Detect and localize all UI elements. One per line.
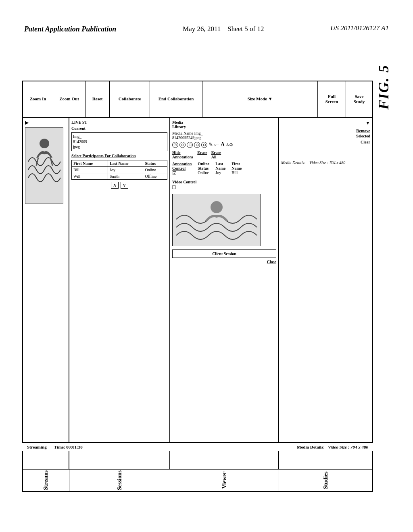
studies-content: ▼ RemoveSelected Clear Media Details: Vi… xyxy=(279,118,372,167)
participants-table: First Name Last Name Status Bill Joy Onl… xyxy=(71,160,167,180)
streaming-time: Time: 00:01:30 xyxy=(54,445,83,449)
annotation-checkbox[interactable]: ☑ xyxy=(172,170,192,177)
video-size-text: Video Size : 704 x 480 xyxy=(309,160,345,165)
first-name-section: FirstName Bill xyxy=(232,162,242,177)
studies-label-container: Studies xyxy=(279,470,372,491)
reset-button[interactable]: Reset xyxy=(86,81,110,117)
video-checkbox[interactable]: □ xyxy=(172,184,196,191)
first-name-1: Bill xyxy=(72,167,108,173)
studies-scroll-arrow[interactable]: ▼ xyxy=(281,120,370,126)
close-button[interactable]: Close xyxy=(172,260,276,264)
media-details-text: Media Details: xyxy=(281,160,305,165)
text-tool-A-gear: A⚙ xyxy=(226,142,233,148)
erase-all-button[interactable]: EraseAll xyxy=(211,150,221,159)
annotation-control-label: AnnotationControl xyxy=(172,162,192,170)
text-tool-A-large: A xyxy=(221,141,225,148)
annotation-control-section: AnnotationControl ☑ xyxy=(172,162,192,177)
media-name-display: Media Name Img_81420095249jpeg xyxy=(172,131,276,140)
save-study-button[interactable]: SaveStudy xyxy=(346,81,372,117)
publication-date: May 26, 2011 xyxy=(183,25,221,33)
participant-row-2: Will Smith Offline xyxy=(72,173,167,180)
current-image-item[interactable]: Img_8142009jpeg xyxy=(71,132,167,151)
content-area: ▶ xyxy=(23,118,372,469)
video-control-row: Video Control □ xyxy=(172,180,276,191)
full-screen-button[interactable]: FullScreen xyxy=(318,81,346,117)
select-participants-title: Select Participants For Collaboration xyxy=(71,154,167,158)
col-last-name: Last Name xyxy=(108,160,143,167)
viewer-label-container: Viewer xyxy=(170,470,279,491)
stream-arrow-indicator: ▶ xyxy=(25,120,67,125)
sessions-label-container: Sessions xyxy=(69,470,170,491)
hide-annotations-button[interactable]: HideAnnotations xyxy=(172,150,193,159)
live-stream-label: LIVE ST xyxy=(71,120,167,125)
video-control-label: Video Control xyxy=(172,180,196,184)
size-mode-button[interactable]: Size Mode ▼ xyxy=(202,81,318,117)
sessions-content: LIVE ST Current Img_8142009jpeg Select P… xyxy=(69,118,169,191)
participant-row-1: Bill Joy Online xyxy=(72,167,167,173)
erase-button[interactable]: Erase xyxy=(197,150,207,155)
studies-panel: ▼ RemoveSelected Clear Media Details: Vi… xyxy=(279,118,372,469)
first-name-header: FirstName xyxy=(232,162,242,170)
streaming-label: Streaming xyxy=(27,445,47,449)
annotation-online-row: AnnotationControl ☑ OnlineStatus Online … xyxy=(172,162,276,177)
figure-label: FIG. 5 xyxy=(375,64,392,110)
svg-point-0 xyxy=(40,139,49,148)
col-first-name: First Name xyxy=(72,160,108,167)
last-name-value: Joy xyxy=(215,170,225,175)
streaming-bar: Streaming Time: 00:01:30 Media Details: … xyxy=(22,442,373,451)
media-icon-4: ⊙ xyxy=(194,142,200,148)
page-header: Patent Application Publication May 26, 2… xyxy=(0,24,413,34)
drawing-pencil-icon: ✎ xyxy=(209,141,213,148)
main-diagram: Zoom In Zoom Out Reset Collaborate End C… xyxy=(22,81,373,492)
streams-content: ▶ xyxy=(23,118,69,206)
viewer-image-svg xyxy=(174,195,259,245)
scroll-down-arrow[interactable]: ∨ xyxy=(121,182,128,189)
end-collaboration-button[interactable]: End Collaboration xyxy=(150,81,202,117)
bottom-sections: Streams Sessions Viewer Studies xyxy=(23,469,372,491)
media-icon-5: ⊙ xyxy=(201,142,207,148)
stream-wave-svg xyxy=(26,129,63,202)
hide-erase-row: HideAnnotations Erase EraseAll xyxy=(172,150,276,159)
zoom-out-button[interactable]: Zoom Out xyxy=(53,81,86,117)
col-status: Status xyxy=(143,160,167,167)
save-study-label: SaveStudy xyxy=(354,94,365,104)
media-library-row: MediaLibrary xyxy=(172,120,276,129)
eraser-tool-icon: ⟜ xyxy=(214,141,219,148)
media-library-label: MediaLibrary xyxy=(172,120,186,129)
media-icons-row: ☉ ⊙ ⊙ ⊙ ⊙ ✎ ⟜ A A⚙ xyxy=(172,141,276,148)
client-session-box: Client Session xyxy=(172,249,276,258)
status-2: Offline xyxy=(143,173,167,180)
media-details-bar-label: Media Details: xyxy=(297,445,325,449)
online-status-section: OnlineStatus Online xyxy=(198,162,209,177)
last-name-section: LastName Joy xyxy=(215,162,225,177)
media-details-bar: Media Details: Video Size : 704 x 480 xyxy=(297,445,368,449)
first-name-value: Bill xyxy=(232,170,242,175)
viewer-content: MediaLibrary Media Name Img_81420095249j… xyxy=(170,118,278,266)
svg-point-3 xyxy=(211,201,223,213)
status-1: Online xyxy=(143,167,167,173)
online-status-value: Online xyxy=(198,170,209,175)
zoom-in-button[interactable]: Zoom In xyxy=(23,81,53,117)
studies-action-buttons: RemoveSelected Clear xyxy=(281,128,370,144)
publication-title: Patent Application Publication xyxy=(24,24,116,34)
toolbar: Zoom In Zoom Out Reset Collaborate End C… xyxy=(23,81,372,118)
viewer-image-area xyxy=(172,194,261,246)
first-name-2: Will xyxy=(72,173,108,180)
patent-number: US 2011/0126127 A1 xyxy=(330,24,389,32)
viewer-media-info: MediaLibrary Media Name Img_81420095249j… xyxy=(172,120,276,177)
video-control-section: Video Control □ xyxy=(172,180,196,191)
sheet-info: Sheet 5 of 12 xyxy=(227,25,264,33)
last-name-header: LastName xyxy=(215,162,225,170)
stream-image xyxy=(25,127,63,204)
collaborate-button[interactable]: Collaborate xyxy=(110,81,150,117)
clear-button[interactable]: Clear xyxy=(361,140,370,144)
remove-selected-button[interactable]: RemoveSelected xyxy=(356,128,370,139)
last-name-1: Joy xyxy=(108,167,143,173)
streams-panel: ▶ xyxy=(23,118,69,469)
full-screen-label: FullScreen xyxy=(325,94,338,104)
sessions-panel: LIVE ST Current Img_8142009jpeg Select P… xyxy=(69,118,170,469)
scroll-up-arrow[interactable]: ∧ xyxy=(111,182,119,189)
participant-nav-arrows: ∧ ∨ xyxy=(71,182,167,189)
streams-label-container: Streams xyxy=(23,470,69,491)
viewer-panel: MediaLibrary Media Name Img_81420095249j… xyxy=(170,118,279,469)
